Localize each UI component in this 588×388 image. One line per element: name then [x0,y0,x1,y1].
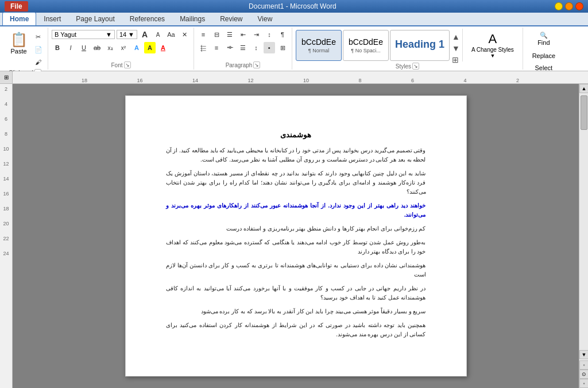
show-formatting-button[interactable]: ¶ [277,29,288,40]
tab-home[interactable]: Home [2,12,36,25]
style-normal[interactable]: bCcDdEe ¶ Normal [296,30,342,61]
replace-button[interactable]: Replace [527,51,561,61]
cut-button[interactable]: ✂ [33,31,44,43]
font-name-value: B Yagut [55,31,76,38]
highlight-button[interactable]: A [144,42,156,53]
styles-more[interactable]: ⊞ [451,54,461,66]
paste-button[interactable]: 📋 Paste [6,29,32,57]
style-normal-preview: bCcDdEe [301,37,336,47]
styles-dialog-launcher[interactable]: ↘ [412,63,419,70]
align-left-button[interactable]: ⬱ [198,42,209,53]
scroll-down-button[interactable]: ▼ [579,350,588,359]
align-center-button[interactable]: ≡ [211,42,222,53]
text-effect-button[interactable]: A [131,42,142,53]
title-bar: File Document1 - Microsoft Word [0,0,588,13]
italic-button[interactable]: I [65,42,76,53]
find-button[interactable]: 🔍 Find [527,29,561,49]
tab-references[interactable]: References [122,12,172,25]
subscript-button[interactable]: x₂ [105,42,116,53]
shading-button[interactable]: ▪ [264,42,275,53]
vertical-scrollbar[interactable]: ▲ ▼ ◦ ⊙ ◦ [579,84,588,388]
scroll-track[interactable] [579,93,588,350]
change-case-button[interactable]: Aa [165,29,177,40]
style-heading1[interactable]: Heading 1 [390,30,450,61]
copy-button[interactable]: 📄 [33,44,44,55]
change-styles-label: A Change Styles [471,47,514,53]
find-icon: 🔍 [540,32,548,39]
style-no-spacing-label: ¶ No Spaci... [351,48,380,53]
minimize-btn[interactable] [555,2,563,10]
paragraph-6[interactable]: هوشمندانی نشان داده برای دستیابی به توان… [166,261,426,279]
justify-button[interactable]: ☰ [237,42,249,53]
align-right-button[interactable]: ⬲ [224,42,235,53]
clear-format-button[interactable]: ✕ [179,29,190,40]
paragraph-9[interactable]: همچنین باید توجه داشته باشید در صورتی که… [166,321,426,339]
paragraph-1[interactable]: وقتی تصمیم می‌گیرید درس بخوانید پس از مد… [166,146,426,164]
ribbon-tabs: Home Insert Page Layout References Maili… [0,13,588,26]
prev-page-button[interactable]: ◦ [579,360,588,370]
numbering-button[interactable]: ⊟ [211,29,222,40]
horizontal-ruler: 18 16 14 12 10 8 6 4 2 [13,71,588,83]
borders-button[interactable]: ⊞ [277,42,288,53]
ribbon: 📋 Paste ✂ 📄 🖌 Clipboard ↘ B Yagut ▼ 14 [0,26,588,71]
multilevel-list-button[interactable]: ☰ [224,29,235,40]
format-painter-button[interactable]: 🖌 [33,56,44,68]
grow-font-button[interactable]: A [139,29,150,40]
font-dialog-launcher[interactable]: ↘ [124,62,131,68]
strikethrough-button[interactable]: ab [91,42,103,53]
tab-mailings[interactable]: Mailings [172,12,212,25]
scroll-thumb[interactable] [581,95,587,130]
change-styles-button[interactable]: A A Change Styles ▼ [466,29,519,62]
editing-group: 🔍 Find Replace Select ▼ Editing [523,28,569,70]
style-no-spacing-preview: bCcDdEe [349,37,383,47]
scroll-up-button[interactable]: ▲ [579,84,588,93]
styles-gallery: bCcDdEe ¶ Normal bCcDdEe ¶ No Spaci... H… [296,29,519,62]
clipboard-group: 📋 Paste ✂ 📄 🖌 Clipboard ↘ [2,28,48,70]
font-size-dropdown[interactable]: 14 ▼ [117,30,137,39]
document-title: هوشمندی [166,130,426,139]
decrease-indent-button[interactable]: ⇤ [237,29,249,40]
select-label: Select [535,64,553,71]
font-group: B Yagut ▼ 14 ▼ A A Aa ✕ B I U ab x₂ x² A [48,28,194,70]
font-name-dropdown[interactable]: B Yagut ▼ [52,30,115,39]
paragraph-label: Paragraph [226,62,253,68]
style-no-spacing[interactable]: bCcDdEe ¶ No Spaci... [343,30,389,61]
document-scroll-area[interactable]: هوشمندی وقتی تصمیم می‌گیرید درس بخوانید … [13,84,579,388]
paragraph-8[interactable]: سریع و بسیار دقیقاً موثر هستی می‌بیند چر… [166,307,426,316]
sort-button[interactable]: ↕ [264,29,275,40]
window-controls [555,2,583,10]
styles-label: Styles [396,63,411,70]
document-page[interactable]: هوشمندی وقتی تصمیم می‌گیرید درس بخوانید … [125,95,467,377]
styles-scroll-up[interactable]: ▲ [451,31,461,43]
close-btn[interactable] [575,2,583,10]
paragraph-dialog-launcher[interactable]: ↘ [253,62,260,68]
paragraph-2[interactable]: شاید به این دلیل چنین کتابهایی وجود دارن… [166,169,426,197]
paragraph-3-highlighted[interactable]: خواهند دید راهی بهتر از این وجود ندارد. … [166,201,426,220]
tab-review[interactable]: Review [212,12,250,25]
replace-label: Replace [532,52,555,59]
shrink-font-button[interactable]: A [152,29,164,40]
font-label: Font [111,62,122,68]
underline-button[interactable]: U [78,42,90,53]
paragraph-7[interactable]: در نظر داریم جهانی در جایی در کسب و کار … [166,284,426,302]
style-heading1-preview: Heading 1 [395,39,444,51]
bullets-button[interactable]: ≡ [198,29,209,40]
ruler-corner[interactable]: ⊞ [0,71,13,83]
select-browse-object-button[interactable]: ⊙ [579,370,588,379]
maximize-btn[interactable] [565,2,573,10]
font-size-arrow: ▼ [128,31,134,38]
styles-scroll-down[interactable]: ▼ [451,43,461,54]
tab-page-layout[interactable]: Page Layout [68,12,122,25]
font-color-button[interactable]: A [157,42,169,53]
next-page-button[interactable]: ◦ [579,379,588,388]
change-styles-arrow: ▼ [490,53,495,59]
increase-indent-button[interactable]: ⇥ [250,29,262,40]
line-spacing-button[interactable]: ↕ [250,42,262,53]
file-tab-btn[interactable]: File [5,1,28,11]
tab-insert[interactable]: Insert [36,12,68,25]
superscript-button[interactable]: x² [118,42,129,53]
paragraph-5[interactable]: به‌طور روش عمل شدن توسط کار خوب ادامه می… [166,238,426,256]
paragraph-4[interactable]: کم رزم‌خوانی برای انجام بهتر کارها و دان… [166,224,426,233]
tab-view[interactable]: View [250,12,280,25]
bold-button[interactable]: B [52,42,63,53]
